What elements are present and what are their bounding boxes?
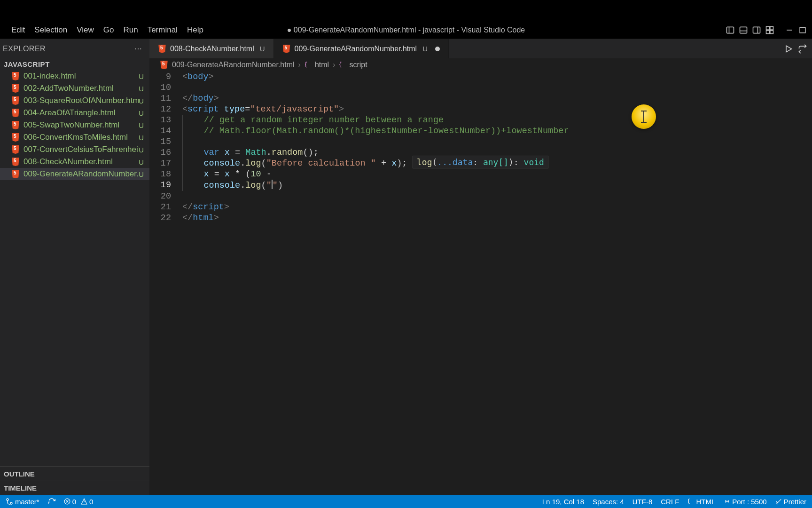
file-name: 005-SwapTwoNumber.html	[23, 120, 119, 130]
git-status-badge: U	[422, 45, 428, 53]
bracket-pair-icon	[687, 498, 694, 505]
status-language[interactable]: HTML	[687, 498, 715, 506]
git-branch-icon	[6, 498, 13, 505]
toggle-panel-icon[interactable]	[739, 25, 748, 35]
bracket-icon	[339, 61, 346, 69]
file-name: 001-index.html	[23, 71, 76, 81]
menu-terminal[interactable]: Terminal	[143, 24, 182, 37]
file-list: 001-index.html U002-AddTwoNumber.html U0…	[0, 70, 149, 466]
explorer-more-icon[interactable]: ⋯	[134, 44, 143, 53]
menu-go[interactable]: Go	[99, 24, 119, 37]
svg-point-19	[726, 501, 727, 502]
toggle-sidebar-left-icon[interactable]	[726, 25, 735, 35]
parameter-hint-tooltip: log(...data: any[]): void	[413, 156, 548, 168]
git-status-badge: U	[139, 158, 144, 166]
html-file-icon	[11, 145, 20, 154]
html-file-icon	[282, 45, 291, 53]
menu-view[interactable]: View	[72, 24, 99, 37]
toggle-sidebar-right-icon[interactable]	[752, 25, 761, 35]
file-name: 009-GenerateARandomNumber....	[23, 169, 139, 179]
run-play-icon[interactable]	[784, 44, 793, 54]
timeline-section[interactable]: TIMELINE	[0, 481, 149, 495]
git-status-badge: U	[139, 134, 144, 142]
error-icon	[64, 498, 70, 505]
status-prettier[interactable]: Prettier	[775, 498, 806, 506]
breadcrumb-symbol: html	[304, 61, 329, 69]
status-branch[interactable]: master*	[6, 498, 39, 506]
code-editor[interactable]: 9<body>1011</body>12<script type="text/j…	[149, 71, 812, 223]
git-status-badge: U	[139, 72, 144, 80]
file-item[interactable]: 007-ConvertCelsiusToFahrenheit... U	[0, 143, 149, 156]
status-indent[interactable]: Spaces: 4	[593, 498, 624, 506]
svg-rect-11	[800, 27, 805, 33]
explorer-title: EXPLORER	[3, 45, 46, 53]
file-item[interactable]: 001-index.html U	[0, 70, 149, 82]
svg-rect-4	[753, 27, 760, 33]
git-status-badge: U	[139, 121, 144, 129]
html-file-icon	[11, 84, 20, 93]
editor-tab[interactable]: 009-GenerateARandomNumber.html U	[274, 39, 449, 58]
file-item[interactable]: 008-CheckANumber.html U	[0, 156, 149, 168]
chevron-right-icon: ›	[333, 61, 335, 69]
tab-label: 009-GenerateARandomNumber.html	[295, 45, 417, 53]
file-name: 008-CheckANumber.html	[23, 157, 113, 167]
status-encoding[interactable]: UTF-8	[632, 498, 653, 506]
svg-rect-6	[766, 27, 770, 30]
customize-layout-icon[interactable]	[765, 25, 774, 35]
chevron-right-icon: ›	[298, 61, 301, 69]
menu-run[interactable]: Run	[118, 24, 142, 37]
file-item[interactable]: 006-ConvertKmsToMiles.html U	[0, 131, 149, 143]
html-file-icon	[11, 72, 20, 80]
minimize-icon[interactable]	[785, 25, 794, 35]
git-status-badge: U	[139, 170, 144, 178]
breadcrumb[interactable]: 009-GenerateARandomNumber.html › html › …	[149, 58, 812, 71]
explorer-header: EXPLORER ⋯	[0, 39, 149, 58]
file-item[interactable]: 005-SwapTwoNumber.html U	[0, 119, 149, 131]
editor-tab[interactable]: 008-CheckANumber.html U	[149, 39, 274, 58]
tab-label: 008-CheckANumber.html	[170, 45, 254, 53]
tab-row: EXPLORER ⋯ 008-CheckANumber.html U 009-G…	[0, 39, 812, 58]
broadcast-icon	[724, 498, 730, 505]
html-file-icon	[11, 170, 20, 178]
window-title: ● 009-GenerateARandomNumber.html - javas…	[287, 26, 525, 34]
warning-icon	[81, 498, 87, 505]
status-cursor[interactable]: Ln 19, Col 18	[542, 498, 584, 506]
svg-rect-2	[740, 27, 747, 33]
top-black-bar	[0, 0, 812, 22]
editor-tabs: 008-CheckANumber.html U 009-GenerateARan…	[149, 39, 812, 58]
html-file-icon	[11, 158, 20, 166]
html-file-icon	[11, 109, 20, 117]
compare-changes-icon[interactable]	[798, 44, 807, 54]
explorer-sidebar: JAVASCRIPT 001-index.html U002-AddTwoNum…	[0, 58, 149, 495]
git-status-badge: U	[139, 97, 144, 105]
workspace-folder-label[interactable]: JAVASCRIPT	[0, 58, 149, 70]
file-item[interactable]: 009-GenerateARandomNumber.... U	[0, 168, 149, 180]
status-problems[interactable]: 0 0	[64, 498, 94, 506]
file-item[interactable]: 003-SquareRootOfANumber.html U	[0, 95, 149, 107]
title-bar-layout-controls	[726, 25, 807, 35]
breadcrumb-symbol: script	[339, 61, 367, 69]
file-name: 004-AreaOfATriangle.html	[23, 108, 116, 118]
modified-dot-icon	[435, 47, 440, 51]
editor-area[interactable]: 009-GenerateARandomNumber.html › html › …	[149, 58, 812, 495]
svg-rect-8	[766, 31, 770, 34]
file-item[interactable]: 002-AddTwoNumber.html U	[0, 82, 149, 95]
menu-edit[interactable]: Edit	[7, 24, 30, 37]
html-file-icon	[160, 61, 168, 69]
menu-help[interactable]: Help	[182, 24, 208, 37]
check-double-icon	[775, 498, 782, 505]
html-file-icon	[11, 96, 20, 105]
git-status-badge: U	[260, 45, 265, 53]
menu-selection[interactable]: Selection	[30, 24, 72, 37]
outline-section[interactable]: OUTLINE	[0, 467, 149, 481]
status-live-server[interactable]: Port : 5500	[724, 498, 766, 506]
svg-rect-0	[727, 27, 734, 33]
status-sync[interactable]	[48, 498, 55, 505]
maximize-icon[interactable]	[798, 25, 807, 35]
file-name: 006-ConvertKmsToMiles.html	[23, 133, 128, 142]
file-item[interactable]: 004-AreaOfATriangle.html U	[0, 107, 149, 119]
breadcrumb-file[interactable]: 009-GenerateARandomNumber.html	[172, 61, 295, 69]
html-file-icon	[11, 133, 20, 142]
status-eol[interactable]: CRLF	[661, 498, 679, 506]
file-name: 007-ConvertCelsiusToFahrenheit...	[23, 145, 139, 154]
